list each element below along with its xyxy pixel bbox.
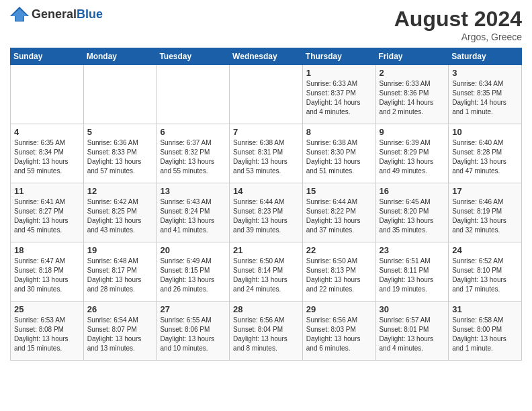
calendar-cell: 1Sunrise: 6:33 AMSunset: 8:37 PMDaylight…: [302, 65, 375, 124]
calendar-cell: 17Sunrise: 6:46 AMSunset: 8:19 PMDayligh…: [449, 183, 522, 242]
day-number: 1: [306, 68, 372, 78]
calendar-cell: 5Sunrise: 6:36 AMSunset: 8:33 PMDaylight…: [83, 124, 157, 183]
calendar-cell: 28Sunrise: 6:56 AMSunset: 8:04 PMDayligh…: [230, 302, 303, 361]
calendar-cell: 30Sunrise: 6:57 AMSunset: 8:01 PMDayligh…: [375, 302, 449, 361]
day-info: Sunrise: 6:39 AMSunset: 8:29 PMDaylight:…: [380, 138, 445, 176]
logo-text: GeneralBlue: [32, 7, 103, 21]
calendar-cell: 27Sunrise: 6:55 AMSunset: 8:06 PMDayligh…: [157, 302, 230, 361]
col-sunday: Sunday: [11, 48, 84, 65]
calendar-week-5: 25Sunrise: 6:53 AMSunset: 8:08 PMDayligh…: [11, 302, 522, 361]
title-area: August 2024 Argos, Greece: [394, 7, 522, 42]
day-number: 28: [233, 304, 299, 314]
day-number: 7: [233, 127, 299, 137]
day-info: Sunrise: 6:55 AMSunset: 8:06 PMDaylight:…: [160, 316, 226, 353]
calendar-cell: 23Sunrise: 6:51 AMSunset: 8:11 PMDayligh…: [375, 242, 449, 302]
day-number: 4: [14, 127, 80, 137]
day-info: Sunrise: 6:44 AMSunset: 8:23 PMDaylight:…: [233, 197, 299, 235]
day-number: 26: [87, 304, 153, 314]
calendar-cell: 20Sunrise: 6:49 AMSunset: 8:15 PMDayligh…: [157, 242, 230, 302]
calendar-cell: 22Sunrise: 6:50 AMSunset: 8:13 PMDayligh…: [302, 242, 375, 302]
day-number: 22: [306, 245, 372, 255]
day-info: Sunrise: 6:49 AMSunset: 8:15 PMDaylight:…: [160, 257, 226, 294]
day-number: 12: [87, 186, 153, 196]
day-number: 17: [452, 186, 518, 196]
logo-blue: Blue: [77, 7, 103, 21]
calendar-cell: 21Sunrise: 6:50 AMSunset: 8:14 PMDayligh…: [230, 242, 303, 302]
day-info: Sunrise: 6:47 AMSunset: 8:18 PMDaylight:…: [14, 257, 80, 294]
calendar-cell: 18Sunrise: 6:47 AMSunset: 8:18 PMDayligh…: [11, 242, 84, 302]
col-wednesday: Wednesday: [230, 48, 303, 65]
calendar-week-4: 18Sunrise: 6:47 AMSunset: 8:18 PMDayligh…: [11, 242, 522, 302]
calendar-cell: 6Sunrise: 6:37 AMSunset: 8:32 PMDaylight…: [157, 124, 230, 183]
day-info: Sunrise: 6:56 AMSunset: 8:03 PMDaylight:…: [306, 316, 372, 353]
day-number: 21: [233, 245, 299, 255]
day-info: Sunrise: 6:35 AMSunset: 8:34 PMDaylight:…: [14, 138, 80, 176]
day-number: 14: [233, 186, 299, 196]
day-info: Sunrise: 6:48 AMSunset: 8:17 PMDaylight:…: [87, 257, 153, 294]
col-thursday: Thursday: [302, 48, 375, 65]
month-year: August 2024: [394, 7, 522, 32]
day-number: 18: [14, 245, 80, 255]
day-number: 11: [14, 186, 80, 196]
day-info: Sunrise: 6:36 AMSunset: 8:33 PMDaylight:…: [87, 138, 153, 176]
calendar-cell: 26Sunrise: 6:54 AMSunset: 8:07 PMDayligh…: [83, 302, 157, 361]
day-number: 10: [452, 127, 518, 137]
day-info: Sunrise: 6:53 AMSunset: 8:08 PMDaylight:…: [14, 316, 80, 353]
day-number: 19: [87, 245, 153, 255]
calendar-body: 1Sunrise: 6:33 AMSunset: 8:37 PMDaylight…: [11, 65, 522, 361]
calendar-cell: 14Sunrise: 6:44 AMSunset: 8:23 PMDayligh…: [230, 183, 303, 242]
day-number: 24: [452, 245, 518, 255]
calendar-cell: 4Sunrise: 6:35 AMSunset: 8:34 PMDaylight…: [11, 124, 84, 183]
calendar-week-1: 1Sunrise: 6:33 AMSunset: 8:37 PMDaylight…: [11, 65, 522, 124]
day-info: Sunrise: 6:52 AMSunset: 8:10 PMDaylight:…: [452, 257, 518, 294]
day-number: 23: [380, 245, 445, 255]
logo-general: General: [32, 7, 77, 21]
col-saturday: Saturday: [449, 48, 522, 65]
day-number: 15: [306, 186, 372, 196]
day-number: 2: [380, 68, 445, 78]
day-info: Sunrise: 6:43 AMSunset: 8:24 PMDaylight:…: [160, 197, 226, 235]
calendar-cell: 3Sunrise: 6:34 AMSunset: 8:35 PMDaylight…: [449, 65, 522, 124]
page-container: GeneralBlue August 2024 Argos, Greece Su…: [0, 0, 532, 364]
day-info: Sunrise: 6:50 AMSunset: 8:13 PMDaylight:…: [306, 257, 372, 294]
day-info: Sunrise: 6:56 AMSunset: 8:04 PMDaylight:…: [233, 316, 299, 353]
day-number: 3: [452, 68, 518, 78]
day-info: Sunrise: 6:44 AMSunset: 8:22 PMDaylight:…: [306, 197, 372, 235]
col-friday: Friday: [375, 48, 449, 65]
calendar-cell: 13Sunrise: 6:43 AMSunset: 8:24 PMDayligh…: [157, 183, 230, 242]
day-info: Sunrise: 6:50 AMSunset: 8:14 PMDaylight:…: [233, 257, 299, 294]
calendar-cell: 9Sunrise: 6:39 AMSunset: 8:29 PMDaylight…: [375, 124, 449, 183]
day-info: Sunrise: 6:45 AMSunset: 8:20 PMDaylight:…: [380, 197, 445, 235]
calendar-cell: [11, 65, 84, 124]
calendar-cell: [157, 65, 230, 124]
location: Argos, Greece: [394, 32, 522, 42]
day-info: Sunrise: 6:41 AMSunset: 8:27 PMDaylight:…: [14, 197, 80, 235]
day-info: Sunrise: 6:57 AMSunset: 8:01 PMDaylight:…: [380, 316, 445, 353]
day-info: Sunrise: 6:38 AMSunset: 8:30 PMDaylight:…: [306, 138, 372, 176]
day-info: Sunrise: 6:46 AMSunset: 8:19 PMDaylight:…: [452, 197, 518, 235]
day-number: 25: [14, 304, 80, 314]
day-number: 31: [452, 304, 518, 314]
calendar-cell: 11Sunrise: 6:41 AMSunset: 8:27 PMDayligh…: [11, 183, 84, 242]
calendar-cell: 19Sunrise: 6:48 AMSunset: 8:17 PMDayligh…: [83, 242, 157, 302]
day-info: Sunrise: 6:33 AMSunset: 8:37 PMDaylight:…: [306, 79, 372, 117]
day-info: Sunrise: 6:40 AMSunset: 8:28 PMDaylight:…: [452, 138, 518, 176]
calendar-cell: 7Sunrise: 6:38 AMSunset: 8:31 PMDaylight…: [230, 124, 303, 183]
calendar-cell: 29Sunrise: 6:56 AMSunset: 8:03 PMDayligh…: [302, 302, 375, 361]
calendar-header: Sunday Monday Tuesday Wednesday Thursday…: [11, 48, 522, 65]
day-info: Sunrise: 6:38 AMSunset: 8:31 PMDaylight:…: [233, 138, 299, 176]
col-monday: Monday: [83, 48, 157, 65]
day-number: 20: [160, 245, 226, 255]
calendar-cell: 10Sunrise: 6:40 AMSunset: 8:28 PMDayligh…: [449, 124, 522, 183]
day-info: Sunrise: 6:54 AMSunset: 8:07 PMDaylight:…: [87, 316, 153, 353]
calendar-cell: 15Sunrise: 6:44 AMSunset: 8:22 PMDayligh…: [302, 183, 375, 242]
calendar-cell: [83, 65, 157, 124]
day-info: Sunrise: 6:37 AMSunset: 8:32 PMDaylight:…: [160, 138, 226, 176]
logo: GeneralBlue: [10, 7, 103, 21]
calendar-week-2: 4Sunrise: 6:35 AMSunset: 8:34 PMDaylight…: [11, 124, 522, 183]
calendar-week-3: 11Sunrise: 6:41 AMSunset: 8:27 PMDayligh…: [11, 183, 522, 242]
day-info: Sunrise: 6:51 AMSunset: 8:11 PMDaylight:…: [380, 257, 445, 294]
day-info: Sunrise: 6:58 AMSunset: 8:00 PMDaylight:…: [452, 316, 518, 353]
day-number: 30: [380, 304, 445, 314]
calendar-cell: 8Sunrise: 6:38 AMSunset: 8:30 PMDaylight…: [302, 124, 375, 183]
